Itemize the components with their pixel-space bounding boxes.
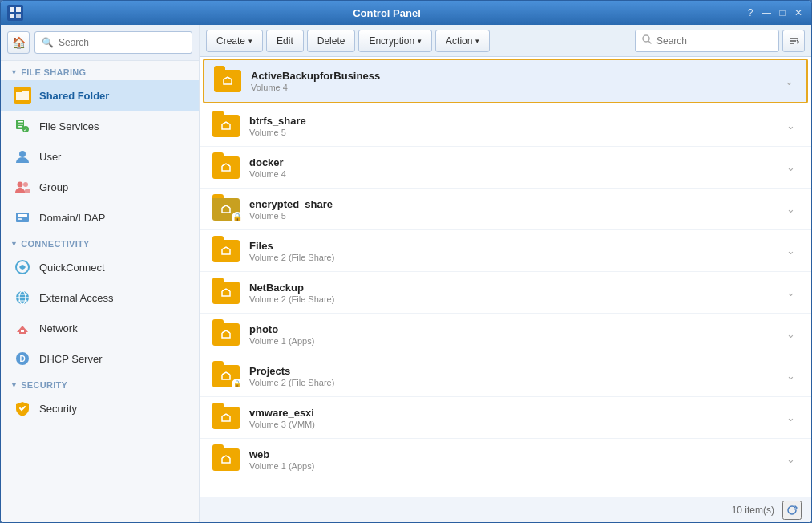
svg-rect-23 bbox=[21, 330, 24, 332]
encryption-dropdown-arrow: ▾ bbox=[418, 37, 422, 45]
section-connectivity[interactable]: ▼ Connectivity bbox=[1, 233, 199, 252]
share-expand-button[interactable]: ⌄ bbox=[782, 72, 797, 91]
home-button[interactable]: 🏠 bbox=[7, 31, 30, 54]
svg-rect-14 bbox=[18, 214, 27, 217]
search-icon bbox=[642, 34, 652, 47]
encryption-button[interactable]: Encryption ▾ bbox=[358, 30, 432, 52]
share-volume: Volume 1 (Apps) bbox=[249, 336, 783, 346]
share-expand-button[interactable]: ⌄ bbox=[783, 241, 798, 260]
action-dropdown-arrow: ▾ bbox=[475, 37, 479, 45]
share-item-active-backup[interactable]: ActiveBackupforBusiness Volume 4 ⌄ bbox=[203, 59, 808, 103]
minimize-button[interactable]: — bbox=[760, 6, 773, 19]
sidebar-item-dhcp-server[interactable]: D DHCP Server bbox=[1, 343, 199, 374]
sidebar-search-input[interactable] bbox=[59, 37, 185, 48]
action-button[interactable]: Action ▾ bbox=[435, 30, 490, 52]
share-expand-button[interactable]: ⌄ bbox=[783, 325, 798, 343]
folder-icon-photo bbox=[212, 323, 240, 346]
edit-button[interactable]: Edit bbox=[266, 30, 304, 52]
share-name: docker bbox=[249, 156, 783, 168]
folder-icon-active-backup bbox=[214, 70, 241, 92]
share-name: btrfs_share bbox=[249, 115, 783, 127]
share-expand-button[interactable]: ⌄ bbox=[783, 116, 798, 135]
share-volume: Volume 2 (File Share) bbox=[249, 378, 783, 387]
sidebar-item-group[interactable]: Group bbox=[1, 172, 199, 202]
share-expand-button[interactable]: ⌄ bbox=[783, 158, 798, 176]
content-area: Create ▾ Edit Delete Encryption ▾ Action… bbox=[200, 25, 811, 522]
sidebar-item-external-access[interactable]: External Access bbox=[1, 282, 199, 313]
close-button[interactable]: ✕ bbox=[792, 6, 805, 19]
share-name: ActiveBackupforBusiness bbox=[251, 70, 782, 82]
share-item-projects[interactable]: 🔒 Projects Volume 2 (File Share) ⌄ bbox=[200, 355, 811, 397]
svg-rect-1 bbox=[16, 7, 21, 12]
share-volume: Volume 4 bbox=[251, 83, 782, 92]
share-expand-button[interactable]: ⌄ bbox=[783, 450, 798, 468]
share-info-netbackup: NetBackup Volume 2 (File Share) bbox=[249, 282, 783, 304]
svg-rect-5 bbox=[18, 121, 23, 123]
share-expand-button[interactable]: ⌄ bbox=[783, 200, 798, 218]
maximize-button[interactable]: □ bbox=[776, 6, 789, 19]
share-list: ActiveBackupforBusiness Volume 4 ⌄ bbox=[200, 57, 811, 497]
svg-rect-6 bbox=[18, 124, 23, 125]
titlebar: Control Panel ? — □ ✕ bbox=[1, 1, 811, 25]
sidebar-item-shared-folder[interactable]: Shared Folder bbox=[1, 80, 199, 111]
share-expand-button[interactable]: ⌄ bbox=[783, 408, 798, 427]
share-name: NetBackup bbox=[249, 282, 783, 294]
svg-point-10 bbox=[19, 151, 26, 157]
share-volume: Volume 1 (Apps) bbox=[249, 461, 783, 471]
share-item-files[interactable]: Files Volume 2 (File Share) ⌄ bbox=[200, 230, 811, 272]
share-item-encrypted-share[interactable]: 🔒 encrypted_share Volume 5 ⌄ bbox=[200, 189, 811, 230]
section-collapse-arrow: ▼ bbox=[10, 240, 18, 248]
share-item-docker[interactable]: docker Volume 4 ⌄ bbox=[200, 147, 811, 189]
status-bar: 10 item(s) bbox=[200, 497, 811, 522]
share-item-web[interactable]: web Volume 1 (Apps) ⌄ bbox=[200, 439, 811, 480]
svg-rect-2 bbox=[10, 14, 14, 18]
help-button[interactable]: ? bbox=[744, 6, 757, 19]
content-search-box[interactable] bbox=[635, 30, 779, 52]
sidebar-item-security[interactable]: Security bbox=[1, 393, 199, 424]
section-label: Connectivity bbox=[21, 239, 90, 249]
sidebar-item-label: External Access bbox=[39, 292, 114, 304]
sidebar-item-network[interactable]: Network bbox=[1, 313, 199, 343]
share-name: vmware_esxi bbox=[249, 407, 783, 419]
sidebar-item-user[interactable]: User bbox=[1, 141, 199, 172]
share-name: Files bbox=[249, 240, 783, 252]
create-label: Create bbox=[216, 35, 245, 47]
share-item-vmware-esxi[interactable]: vmware_esxi Volume 3 (VMM) ⌄ bbox=[200, 397, 811, 439]
svg-line-27 bbox=[648, 41, 651, 43]
share-info-projects: Projects Volume 2 (File Share) bbox=[249, 365, 783, 387]
sidebar-search-icon: 🔍 bbox=[42, 37, 54, 48]
sidebar-item-file-services[interactable]: ✓ File Services bbox=[1, 111, 199, 141]
section-file-sharing[interactable]: ▼ File Sharing bbox=[1, 61, 199, 80]
sidebar-item-label: Network bbox=[39, 322, 78, 334]
sidebar-item-label: DHCP Server bbox=[39, 353, 103, 365]
svg-rect-15 bbox=[18, 218, 22, 220]
sidebar-item-label: Domain/LDAP bbox=[39, 212, 105, 224]
share-info-photo: photo Volume 1 (Apps) bbox=[249, 323, 783, 346]
share-item-btrfs-share[interactable]: btrfs_share Volume 5 ⌄ bbox=[200, 105, 811, 147]
sidebar-item-domain-ldap[interactable]: Domain/LDAP bbox=[1, 202, 199, 233]
sidebar-item-quickconnect[interactable]: QuickConnect bbox=[1, 252, 199, 282]
sort-button[interactable] bbox=[782, 30, 805, 52]
share-info-btrfs-share: btrfs_share Volume 5 bbox=[249, 115, 783, 137]
sidebar-item-label: Group bbox=[39, 181, 68, 193]
delete-button[interactable]: Delete bbox=[307, 30, 356, 52]
section-security[interactable]: ▼ Security bbox=[1, 374, 199, 393]
share-expand-button[interactable]: ⌄ bbox=[783, 283, 798, 302]
share-expand-button[interactable]: ⌄ bbox=[783, 367, 798, 385]
sidebar-search-box[interactable]: 🔍 bbox=[34, 31, 192, 54]
file-services-icon: ✓ bbox=[14, 117, 31, 135]
content-toolbar: Create ▾ Edit Delete Encryption ▾ Action… bbox=[200, 25, 811, 57]
folder-icon-netbackup bbox=[212, 282, 240, 304]
create-button[interactable]: Create ▾ bbox=[206, 30, 263, 52]
share-volume: Volume 5 bbox=[249, 128, 783, 137]
control-panel-window: Control Panel ? — □ ✕ 🏠 🔍 ▼ File Sharing bbox=[0, 0, 812, 523]
create-dropdown-arrow: ▾ bbox=[248, 37, 252, 45]
share-item-netbackup[interactable]: NetBackup Volume 2 (File Share) ⌄ bbox=[200, 272, 811, 314]
share-item-photo[interactable]: photo Volume 1 (Apps) ⌄ bbox=[200, 314, 811, 355]
svg-rect-13 bbox=[16, 213, 29, 222]
refresh-button[interactable] bbox=[782, 501, 802, 520]
content-search-input[interactable] bbox=[656, 35, 772, 47]
svg-rect-0 bbox=[10, 7, 14, 12]
folder-icon-encrypted-share: 🔒 bbox=[212, 198, 240, 221]
sidebar-item-label: Shared Folder bbox=[39, 90, 109, 102]
